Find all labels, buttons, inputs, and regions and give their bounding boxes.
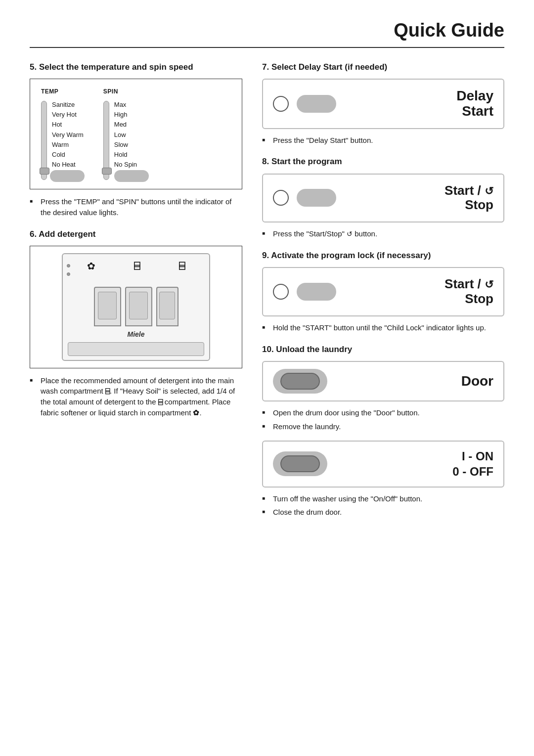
temp-track [41,101,47,180]
section-6-bullet-1: Place the recommended amount of detergen… [30,375,242,418]
bottom-buttons [50,170,149,182]
tray-dots [67,264,70,276]
section-10-bullets-1: Open the drum door using the "Door" butt… [262,407,504,432]
compartment-icons: ✿ ⌸ ⌸ [68,260,204,272]
delay-start-panel: Delay Start [262,79,504,129]
section-9-bullets: Hold the "START" button until the "Child… [262,322,504,333]
prewash-icon: ⌸ [179,260,185,272]
section-5-bullets: Press the "TEMP" and "SPIN" buttons unti… [30,196,242,218]
onoff-button[interactable] [273,451,327,476]
temp-val-7: No Heat [52,160,84,170]
page: Quick Guide 5. Select the temperature an… [0,0,534,756]
temp-label: TEMP [41,88,58,95]
section-8: 8. Start the program Start / ↺ Stop Pres… [262,156,504,239]
temp-val-6: Cold [52,150,84,160]
tray-base [68,342,204,356]
section-8-bullet-1: Press the "Start/Stop" ↺ button. [262,228,504,239]
left-column: 5. Select the temperature and spin speed… [30,62,242,429]
spin-column: SPIN Max High Med Low Slow Ho [103,88,137,180]
section-7: 7. Select Delay Start (if needed) Delay … [262,62,504,145]
start-stop-panel: Start / ↺ Stop [262,174,504,223]
main-content: 5. Select the temperature and spin speed… [30,62,504,529]
onoff-line1: I - ON [462,449,493,463]
spin-val-4: Low [114,130,137,140]
section-6-heading: 6. Add detergent [30,229,242,240]
start-label-line2: Stop [465,197,493,212]
section-10-heading: 10. Unload the laundry [262,344,504,355]
program-lock-panel: Start / ↺ Stop [262,267,504,316]
program-lock-label: Start / ↺ Stop [445,277,493,307]
lock-label-line2: Stop [465,291,493,306]
compartment-left-inner [98,292,117,319]
delay-label-line2: Start [462,103,493,119]
onoff-panel: I - ON 0 - OFF [262,441,504,487]
section-9-heading: 9. Activate the program lock (if necessa… [262,250,504,261]
spin-val-3: Med [114,120,137,130]
section-6-bullets: Place the recommended amount of detergen… [30,375,242,418]
section-7-bullet-1: Press the "Delay Start" button. [262,135,504,146]
compartment-left [94,287,121,326]
temp-val-3: Hot [52,120,84,130]
section-9: 9. Activate the program lock (if necessa… [262,250,504,333]
door-button[interactable] [273,369,327,394]
temp-val-5: Warm [52,140,84,150]
section-7-heading: 7. Select Delay Start (if needed) [262,62,504,73]
dot-2 [67,272,70,276]
temp-val-4: Very Warm [52,130,84,140]
spin-val-5: Slow [114,140,137,150]
section-7-bullets: Press the "Delay Start" button. [262,135,504,146]
start-stop-rect [297,189,336,207]
section-6: 6. Add detergent ✿ ⌸ ⌸ [30,229,242,418]
door-label: Door [461,373,493,389]
section-10-bullet-1: Open the drum door using the "Door" butt… [262,407,504,418]
temp-spin-diagram: TEMP Sanitize Very Hot Hot Very Warm War… [30,79,242,189]
door-panel: Door [262,361,504,401]
delay-start-circle [273,96,289,112]
temp-labels: Sanitize Very Hot Hot Very Warm Warm Col… [52,100,84,170]
program-lock-circle [273,284,289,300]
onoff-line2: 0 - OFF [452,465,493,478]
temp-val-2: Very Hot [52,110,84,120]
temp-val-1: Sanitize [52,100,84,110]
section-10-bullet-3: Turn off the washer using the "On/Off" b… [262,493,504,504]
spin-label: SPIN [103,88,118,95]
section-5-bullet-1: Press the "TEMP" and "SPIN" buttons unti… [30,196,242,218]
spin-val-6: Hold [114,150,137,160]
section-10: 10. Unload the laundry Door Open the dru… [262,344,504,518]
compartment-mid [125,287,152,326]
onoff-label: I - ON 0 - OFF [452,448,493,479]
page-title: Quick Guide [30,20,504,48]
door-button-inner [280,373,320,390]
section-10-bullets-2: Turn off the washer using the "On/Off" b… [262,493,504,518]
temp-handle [40,168,49,175]
miele-brand: Miele [68,330,204,338]
compartment-mid-inner [129,292,148,319]
spin-labels: Max High Med Low Slow Hold No Spin [114,100,137,170]
section-8-heading: 8. Start the program [262,156,504,167]
delay-start-label: Delay Start [456,89,493,119]
start-stop-label: Start / ↺ Stop [445,183,493,213]
temp-button[interactable] [50,170,85,182]
spin-val-7: No Spin [114,160,137,170]
section-8-bullets: Press the "Start/Stop" ↺ button. [262,228,504,239]
spin-val-2: High [114,110,137,120]
mainwash-icon: ⌸ [134,260,140,272]
right-column: 7. Select Delay Start (if needed) Delay … [262,62,504,529]
spin-slider-wrap: Max High Med Low Slow Hold No Spin [103,100,137,180]
delay-label-line1: Delay [456,88,493,103]
section-5: 5. Select the temperature and spin speed… [30,62,242,218]
start-stop-circle [273,190,289,206]
spin-button[interactable] [114,170,149,182]
temp-slider-wrap: Sanitize Very Hot Hot Very Warm Warm Col… [41,100,84,180]
dot-1 [67,264,70,267]
section-10-bullet-4: Close the drum door. [262,507,504,518]
program-lock-rect [297,283,336,301]
spin-track [103,101,109,180]
compartment-right-inner [159,292,175,319]
lock-label-line1: Start / ↺ [445,276,493,291]
temp-column: TEMP Sanitize Very Hot Hot Very Warm War… [41,88,84,180]
delay-start-rect [297,95,336,113]
start-label-line1: Start / ↺ [445,183,493,198]
compartment-row [68,287,204,326]
section-10-bullet-2: Remove the laundry. [262,421,504,432]
